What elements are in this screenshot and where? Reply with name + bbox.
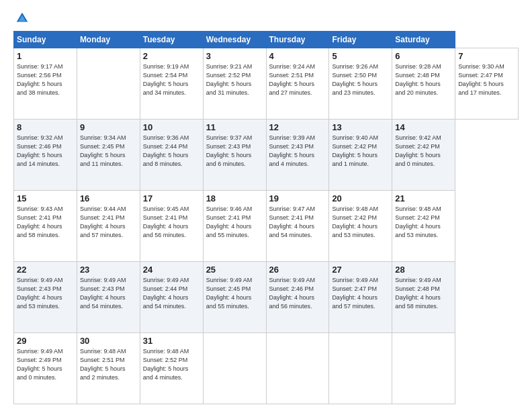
day-number: 9 [80,122,137,132]
day-number: 8 [17,122,74,132]
day-cell: 31 Sunrise: 9:48 AM Sunset: 2:52 PM Dayl… [140,333,203,404]
day-number: 2 [143,51,200,61]
day-number: 31 [143,336,200,346]
day-number: 6 [395,51,452,61]
day-info: Sunrise: 9:49 AM Sunset: 2:44 PM Dayligh… [143,276,200,311]
col-friday: Friday [329,32,392,48]
day-info: Sunrise: 9:49 AM Sunset: 2:46 PM Dayligh… [269,276,326,311]
day-cell: 1 Sunrise: 9:17 AMSunset: 2:56 PMDayligh… [14,48,77,120]
day-cell: 15 Sunrise: 9:43 AM Sunset: 2:41 PM Dayl… [14,191,77,262]
col-tuesday: Tuesday [140,32,203,48]
day-info: Sunrise: 9:49 AM Sunset: 2:43 PM Dayligh… [80,276,137,311]
day-cell: 25 Sunrise: 9:49 AM Sunset: 2:45 PM Dayl… [203,262,266,333]
header [13,11,519,26]
day-info: Sunrise: 9:48 AM Sunset: 2:42 PM Dayligh… [395,205,452,240]
day-cell: 3 Sunrise: 9:21 AM Sunset: 2:52 PM Dayli… [203,48,266,120]
day-info: Sunrise: 9:48 AM Sunset: 2:52 PM Dayligh… [143,347,200,382]
day-number: 10 [143,122,200,132]
day-cell: 8 Sunrise: 9:32 AM Sunset: 2:46 PM Dayli… [14,120,77,191]
day-number: 21 [395,193,452,203]
day-cell: 19 Sunrise: 9:47 AM Sunset: 2:41 PM Dayl… [266,191,329,262]
day-info: Sunrise: 9:44 AM Sunset: 2:41 PM Dayligh… [80,205,137,240]
week-row: 8 Sunrise: 9:32 AM Sunset: 2:46 PM Dayli… [14,120,519,191]
day-info: Sunrise: 9:26 AM Sunset: 2:50 PM Dayligh… [332,62,389,97]
day-cell: 14 Sunrise: 9:42 AM Sunset: 2:42 PM Dayl… [392,120,455,191]
day-number: 12 [269,122,326,132]
day-cell: 13 Sunrise: 9:40 AM Sunset: 2:42 PM Dayl… [329,120,392,191]
day-cell: 10 Sunrise: 9:36 AM Sunset: 2:44 PM Dayl… [140,120,203,191]
day-info: Sunrise: 9:48 AM Sunset: 2:42 PM Dayligh… [332,205,389,240]
day-info: Sunrise: 9:36 AM Sunset: 2:44 PM Dayligh… [143,134,200,169]
day-cell: 16 Sunrise: 9:44 AM Sunset: 2:41 PM Dayl… [77,191,140,262]
day-cell: 9 Sunrise: 9:34 AM Sunset: 2:45 PM Dayli… [77,120,140,191]
day-cell: 26 Sunrise: 9:49 AM Sunset: 2:46 PM Dayl… [266,262,329,333]
logo [13,11,31,26]
day-cell: 6 Sunrise: 9:28 AM Sunset: 2:48 PM Dayli… [392,48,455,120]
day-number: 3 [206,51,263,61]
day-number: 20 [332,193,389,203]
day-number: 14 [395,122,452,132]
day-number: 19 [269,193,326,203]
day-cell: 20 Sunrise: 9:48 AM Sunset: 2:42 PM Dayl… [329,191,392,262]
empty-cell [77,48,140,120]
empty-cell [329,333,392,404]
day-cell: 21 Sunrise: 9:48 AM Sunset: 2:42 PM Dayl… [392,191,455,262]
day-info: Sunrise: 9:17 AMSunset: 2:56 PMDaylight:… [17,62,74,97]
day-info: Sunrise: 9:49 AM Sunset: 2:49 PM Dayligh… [17,347,74,382]
day-number: 28 [395,265,452,275]
day-number: 18 [206,193,263,203]
week-row: 15 Sunrise: 9:43 AM Sunset: 2:41 PM Dayl… [14,191,519,262]
empty-cell [392,333,455,404]
day-number: 23 [80,265,137,275]
day-info: Sunrise: 9:48 AM Sunset: 2:51 PM Dayligh… [80,347,137,382]
day-cell: 28 Sunrise: 9:49 AM Sunset: 2:48 PM Dayl… [392,262,455,333]
day-number: 22 [17,265,74,275]
empty-cell [203,333,266,404]
day-cell: 5 Sunrise: 9:26 AM Sunset: 2:50 PM Dayli… [329,48,392,120]
day-cell: 11 Sunrise: 9:37 AM Sunset: 2:43 PM Dayl… [203,120,266,191]
day-number: 5 [332,51,389,61]
day-cell: 29 Sunrise: 9:49 AM Sunset: 2:49 PM Dayl… [14,333,77,404]
day-info: Sunrise: 9:42 AM Sunset: 2:42 PM Dayligh… [395,134,452,169]
day-info: Sunrise: 9:40 AM Sunset: 2:42 PM Dayligh… [332,134,389,169]
day-number: 15 [17,193,74,203]
day-info: Sunrise: 9:49 AM Sunset: 2:48 PM Dayligh… [395,276,452,311]
day-info: Sunrise: 9:19 AM Sunset: 2:54 PM Dayligh… [143,62,200,97]
day-number: 24 [143,265,200,275]
day-info: Sunrise: 9:49 AM Sunset: 2:43 PM Dayligh… [17,276,74,311]
day-number: 25 [206,265,263,275]
day-number: 4 [269,51,326,61]
day-info: Sunrise: 9:49 AM Sunset: 2:47 PM Dayligh… [332,276,389,311]
empty-cell [266,333,329,404]
day-info: Sunrise: 9:21 AM Sunset: 2:52 PM Dayligh… [206,62,263,97]
col-thursday: Thursday [266,32,329,48]
day-info: Sunrise: 9:43 AM Sunset: 2:41 PM Dayligh… [17,205,74,240]
day-info: Sunrise: 9:28 AM Sunset: 2:48 PM Dayligh… [395,62,452,97]
day-info: Sunrise: 9:49 AM Sunset: 2:45 PM Dayligh… [206,276,263,311]
day-info: Sunrise: 9:45 AM Sunset: 2:41 PM Dayligh… [143,205,200,240]
day-cell: 7 Sunrise: 9:30 AM Sunset: 2:47 PM Dayli… [455,48,519,120]
day-number: 17 [143,193,200,203]
day-info: Sunrise: 9:47 AM Sunset: 2:41 PM Dayligh… [269,205,326,240]
day-number: 16 [80,193,137,203]
day-cell: 18 Sunrise: 9:46 AM Sunset: 2:41 PM Dayl… [203,191,266,262]
calendar-header-row: Sunday Monday Tuesday Wednesday Thursday… [14,32,519,48]
day-number: 7 [458,51,515,61]
week-row: 29 Sunrise: 9:49 AM Sunset: 2:49 PM Dayl… [14,333,519,404]
week-row: 22 Sunrise: 9:49 AM Sunset: 2:43 PM Dayl… [14,262,519,333]
col-saturday: Saturday [392,32,455,48]
day-number: 26 [269,265,326,275]
week-row: 1 Sunrise: 9:17 AMSunset: 2:56 PMDayligh… [14,48,519,120]
day-number: 30 [80,336,137,346]
day-number: 1 [17,51,74,61]
day-cell: 17 Sunrise: 9:45 AM Sunset: 2:41 PM Dayl… [140,191,203,262]
day-info: Sunrise: 9:46 AM Sunset: 2:41 PM Dayligh… [206,205,263,240]
col-wednesday: Wednesday [203,32,266,48]
day-number: 27 [332,265,389,275]
day-cell: 2 Sunrise: 9:19 AM Sunset: 2:54 PM Dayli… [140,48,203,120]
day-info: Sunrise: 9:37 AM Sunset: 2:43 PM Dayligh… [206,134,263,169]
generalblue-icon [15,11,30,26]
day-info: Sunrise: 9:30 AM Sunset: 2:47 PM Dayligh… [458,62,515,97]
day-number: 11 [206,122,263,132]
day-cell: 12 Sunrise: 9:39 AM Sunset: 2:43 PM Dayl… [266,120,329,191]
